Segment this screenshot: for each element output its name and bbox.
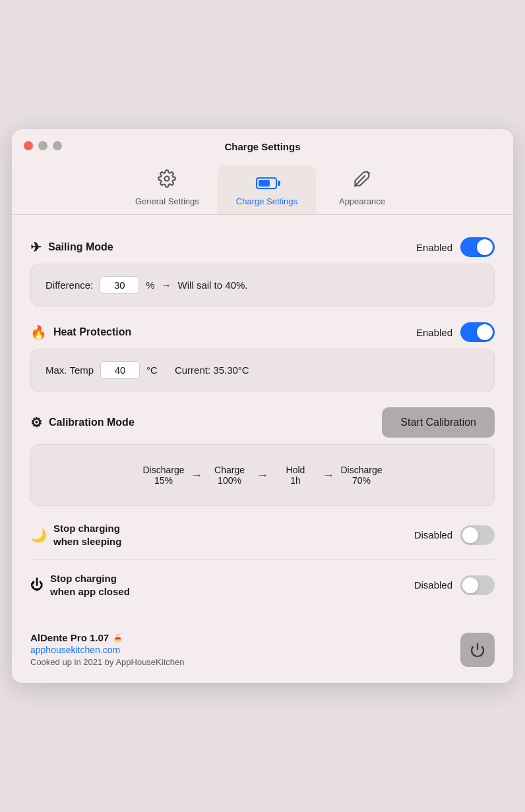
stop-app-closed-label-wrap: Stop charging when app closed <box>50 572 130 598</box>
cal-step-3: Hold 1h <box>272 465 319 486</box>
calibration-title: ⚙ Calibration Mode <box>30 415 135 430</box>
tab-general[interactable]: General Settings <box>117 163 218 214</box>
max-temp-label: Max. Temp <box>46 364 94 376</box>
cal-step-2-value: 100% <box>218 475 241 486</box>
stop-sleeping-title: 🌙 Stop charging when sleeping <box>30 522 121 548</box>
minimize-button[interactable] <box>38 141 47 150</box>
battery-icon <box>256 172 277 192</box>
stop-sleeping-status-label: Disabled <box>414 529 452 540</box>
cal-step-4-label: Discharge <box>340 465 382 475</box>
tab-charge[interactable]: Charge Settings <box>218 165 316 214</box>
sailing-mode-toggle[interactable] <box>460 237 495 257</box>
cal-step-1: Discharge 15% <box>140 465 187 486</box>
calibration-steps: Discharge 15% → Charge 100% → Hold 1h → … <box>46 457 479 494</box>
sailing-mode-toggle-knob <box>477 239 493 255</box>
heat-protection-toggle-knob <box>477 324 493 340</box>
heat-protection-status-label: Enabled <box>416 327 452 338</box>
tab-bar: General Settings Charge Settings Appeara… <box>12 159 513 215</box>
cal-step-1-value: 15% <box>154 475 173 486</box>
heat-icon: 🔥 <box>30 324 47 340</box>
stop-sleeping-label-2: when sleeping <box>53 535 121 548</box>
gear-icon <box>158 169 176 192</box>
difference-arrow: → <box>162 279 171 291</box>
will-sail-text: Will sail to 40%. <box>178 279 248 291</box>
sailing-mode-title: ✈ Sailing Mode <box>30 239 113 255</box>
stop-sleeping-status: Disabled <box>414 525 495 545</box>
tab-charge-label: Charge Settings <box>236 196 297 206</box>
stop-app-closed-toggle-knob <box>462 577 478 593</box>
window-title: Charge Settings <box>224 141 300 152</box>
cal-arrow-2: → <box>257 469 268 482</box>
divider-1 <box>30 560 495 560</box>
cal-arrow-1: → <box>191 469 202 482</box>
sailing-difference-row: Difference: % → Will sail to 40%. <box>46 276 479 294</box>
close-button[interactable] <box>24 141 33 150</box>
sailing-mode-label: Sailing Mode <box>48 241 113 253</box>
svg-point-0 <box>165 177 170 181</box>
stop-app-closed-row: ⏻ Stop charging when app closed Disabled <box>30 563 495 607</box>
titlebar: Charge Settings <box>12 129 513 159</box>
stop-sleeping-toggle-knob <box>462 527 478 543</box>
stop-app-closed-status-label: Disabled <box>414 579 452 591</box>
heat-protection-row: 🔥 Heat Protection Enabled <box>30 313 495 349</box>
temp-unit: °C <box>146 364 158 376</box>
svg-line-1 <box>354 175 365 186</box>
calibration-info-box: Discharge 15% → Charge 100% → Hold 1h → … <box>30 444 495 506</box>
heat-protection-toggle[interactable] <box>460 322 495 342</box>
tab-appearance-label: Appearance <box>339 196 385 206</box>
difference-unit: % <box>146 279 154 291</box>
stop-app-closed-label-2: when app closed <box>50 585 130 598</box>
cal-step-4: Discharge 70% <box>338 465 385 486</box>
max-temp-row: Max. Temp °C Current: 35.30°C <box>46 361 479 379</box>
sailing-icon: ✈ <box>30 239 42 255</box>
difference-input[interactable] <box>100 276 139 294</box>
footer: AlDente Pro 1.07 🍝 apphousekitchen.com C… <box>12 620 513 667</box>
footer-copyright: Cooked up in 2021 by AppHouseKitchen <box>30 657 184 667</box>
footer-link[interactable]: apphousekitchen.com <box>30 645 120 655</box>
stop-sleeping-row: 🌙 Stop charging when sleeping Disabled <box>30 513 495 557</box>
stop-app-closed-label-1: Stop charging <box>50 572 130 585</box>
cal-step-3-label: Hold <box>286 465 305 475</box>
heat-protection-label: Heat Protection <box>53 326 131 338</box>
sailing-mode-status-label: Enabled <box>416 242 452 253</box>
content-area: ✈ Sailing Mode Enabled Difference: % → W… <box>12 215 513 620</box>
traffic-lights <box>24 141 62 150</box>
app-name: AlDente Pro 1.07 🍝 <box>30 632 184 644</box>
heat-protection-title: 🔥 Heat Protection <box>30 324 131 340</box>
stop-sleeping-label-wrap: Stop charging when sleeping <box>53 522 121 548</box>
current-temp: Current: 35.30°C <box>175 364 249 376</box>
cal-step-4-value: 70% <box>352 475 371 486</box>
calibration-label: Calibration Mode <box>49 417 135 428</box>
power-button[interactable] <box>460 633 495 667</box>
main-window: Charge Settings General Settings Charge … <box>12 129 513 683</box>
sailing-mode-status: Enabled <box>416 237 495 257</box>
moon-icon: 🌙 <box>30 527 47 543</box>
power-icon-svg <box>470 642 485 658</box>
heat-protection-status: Enabled <box>416 322 495 342</box>
start-calibration-button[interactable]: Start Calibration <box>382 407 495 438</box>
stop-sleeping-toggle[interactable] <box>460 525 495 545</box>
stop-app-closed-status: Disabled <box>414 575 495 595</box>
power-icon: ⏻ <box>30 577 44 593</box>
heat-protection-info-box: Max. Temp °C Current: 35.30°C <box>30 349 495 392</box>
sailing-mode-row: ✈ Sailing Mode Enabled <box>30 228 495 264</box>
difference-label: Difference: <box>46 279 93 291</box>
brush-icon <box>353 169 371 192</box>
cal-step-2: Charge 100% <box>206 465 253 486</box>
stop-app-closed-title: ⏻ Stop charging when app closed <box>30 572 130 598</box>
cal-step-2-label: Charge <box>214 465 245 475</box>
calibration-icon: ⚙ <box>30 415 42 430</box>
cal-step-1-label: Discharge <box>142 465 184 475</box>
stop-app-closed-toggle[interactable] <box>460 575 495 595</box>
maximize-button[interactable] <box>53 141 62 150</box>
sailing-mode-info-box: Difference: % → Will sail to 40%. <box>30 264 495 306</box>
cal-arrow-3: → <box>323 469 334 482</box>
tab-appearance[interactable]: Appearance <box>316 163 408 214</box>
cal-step-3-value: 1h <box>290 475 301 486</box>
calibration-row: ⚙ Calibration Mode Start Calibration <box>30 398 495 444</box>
max-temp-input[interactable] <box>100 361 140 379</box>
tab-general-label: General Settings <box>135 196 199 206</box>
footer-info: AlDente Pro 1.07 🍝 apphousekitchen.com C… <box>30 632 184 667</box>
stop-sleeping-label-1: Stop charging <box>53 522 121 535</box>
